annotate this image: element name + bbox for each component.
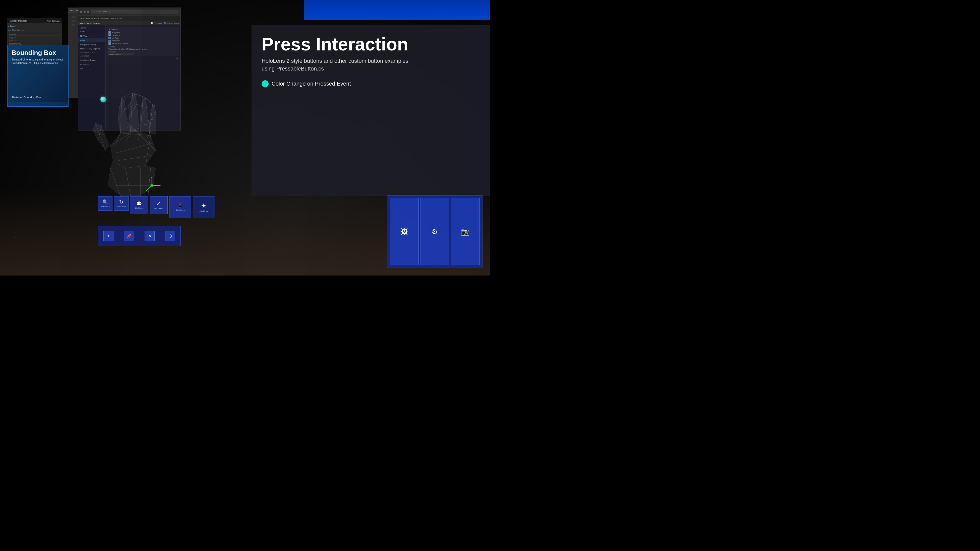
- button-phone-48mm[interactable]: 📱 48x48mm: [169, 196, 191, 218]
- axis-indicator: [143, 177, 161, 195]
- press-interaction-subtitle: HoloLens 2 style buttons and other custo…: [262, 57, 412, 73]
- nav-item-home[interactable]: Home: [78, 30, 105, 34]
- wdp-feedback-bar: 📝 Feedback 🔵 Online Cook: [151, 22, 179, 24]
- nav-item-3dview[interactable]: 3D View: [78, 34, 105, 38]
- wdp-navigation: Views Home 3D View Apps Hologram Stabili…: [78, 25, 106, 130]
- axis-svg: [143, 177, 161, 194]
- wdp-window: ← → ⟳ 127.0.0.1 Mixed Reality Capture - …: [78, 8, 181, 130]
- nav-section-performance: ▸ Performance: [78, 51, 105, 54]
- nav-section-system: ▸ System: [78, 54, 105, 58]
- chrome-close[interactable]: [80, 11, 82, 13]
- nav-item-mrc[interactable]: Mixed Reality Capture: [78, 47, 105, 51]
- background-monitor-top: [304, 0, 490, 20]
- nav-item-de[interactable]: De...: [78, 67, 105, 71]
- wdp-body: Views Home 3D View Apps Hologram Stabili…: [78, 25, 180, 130]
- color-change-sphere: [100, 97, 106, 102]
- action-button-polygon[interactable]: ⬡: [165, 231, 175, 241]
- button-star-48mm[interactable]: ✦ 48x48mm: [193, 196, 215, 218]
- color-change-dot: [262, 80, 269, 87]
- checkbox-app-audio[interactable]: ✓ App Audio: [108, 40, 178, 42]
- nav-item-app-crash-dumps[interactable]: App Crash Dumps: [78, 58, 105, 62]
- svg-marker-69: [151, 177, 153, 178]
- action-button-add[interactable]: +: [103, 231, 113, 241]
- nav-section-views: Views: [78, 26, 105, 30]
- nav-item-hologram-stability[interactable]: Hologram Stability: [78, 43, 105, 47]
- press-interaction-title: Press Interaction: [262, 35, 480, 53]
- bottom-action-bar: + 📌 ✕ ⬡: [98, 226, 181, 246]
- wdp-chrome: ← → ⟳ 127.0.0.1: [78, 8, 180, 16]
- button-row-1: 🔍 32x32mm ↻ 32x32mm 💬 40x40mm ✓ 40x40mm …: [98, 196, 215, 218]
- svg-marker-67: [159, 185, 161, 186]
- button-search-32mm[interactable]: 🔍 32x32mm: [98, 196, 113, 211]
- button-refresh-32mm[interactable]: ↻ 32x32mm: [114, 196, 129, 211]
- right-tool-panel: 🖼 ⚙ 📷: [387, 195, 482, 268]
- color-change-label: Color Change on Pressed Event: [272, 81, 351, 87]
- wdp-spinning-indicator: ⟳: [107, 57, 179, 59]
- wdp-tab-bar: Mixed Reality Capture - Windows Device P…: [78, 16, 180, 21]
- chrome-maximize[interactable]: [87, 11, 89, 13]
- wdp-main-content: ✎ Capture ✓ Holograms ✓ PV camera ✓ Mic …: [106, 25, 180, 130]
- button-chat-40mm[interactable]: 💬 40x40mm: [130, 196, 148, 214]
- bounding-box-subtitle: Standard UI for resizing and rotating an…: [11, 58, 64, 65]
- svg-line-70: [147, 186, 152, 191]
- wdp-topbar: Mixed Reality Capture 📝 Feedback 🔵 Onlin…: [78, 21, 180, 25]
- checkbox-mic-audio[interactable]: ✓ Mic Audio: [108, 37, 178, 40]
- checkbox-pv-camera[interactable]: ✓ PV camera: [108, 34, 178, 37]
- bounding-box-panel: Bounding Box Standard UI for resizing an…: [7, 44, 68, 102]
- button-check-40mm[interactable]: ✓ 40x40mm: [150, 196, 168, 214]
- press-interaction-panel: Press Interaction HoloLens 2 style butto…: [251, 25, 490, 196]
- tool-button-gallery[interactable]: 🖼: [390, 198, 419, 265]
- bounding-box-title: Bounding Box: [11, 49, 64, 56]
- bounding-box-footer: Flattened Bounding Box: [11, 96, 41, 99]
- nav-item-apps[interactable]: Apps: [78, 38, 105, 43]
- capture-title: ✎ Capture: [108, 28, 178, 30]
- vscode-sidebar: ⬛ ⬛ ⬛: [68, 13, 78, 98]
- pm-titlebar: Package Manager Print Settings...: [7, 18, 62, 23]
- tool-button-settings[interactable]: ⚙: [420, 198, 449, 265]
- nav-item-bluetooth[interactable]: Bluetooth: [78, 62, 105, 67]
- action-button-pin[interactable]: 📌: [124, 231, 134, 241]
- checkbox-render-camera[interactable]: ✓ Render from Camera: [108, 42, 178, 45]
- checkbox-holograms[interactable]: ✓ Holograms: [108, 31, 178, 34]
- tool-button-camera[interactable]: 📷: [451, 198, 480, 265]
- chrome-minimize[interactable]: [84, 11, 86, 13]
- color-change-indicator: Color Change on Pressed Event: [262, 80, 480, 87]
- action-button-close[interactable]: ✕: [145, 231, 154, 241]
- wdp-capture-section: ✎ Capture ✓ Holograms ✓ PV camera ✓ Mic …: [107, 27, 179, 56]
- address-bar[interactable]: ← → ⟳ 127.0.0.1: [91, 10, 178, 14]
